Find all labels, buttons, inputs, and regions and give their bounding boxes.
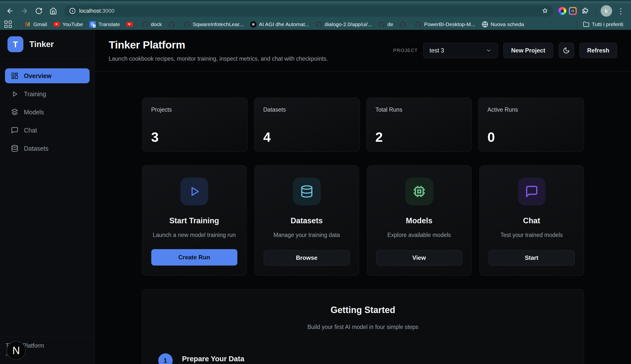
bookmark-translate[interactable]: G Translate xyxy=(86,21,123,28)
bookmarks-divider xyxy=(18,21,19,28)
nextjs-dev-badge[interactable]: N xyxy=(7,341,26,360)
bookmark-sqware[interactable]: SqwareInfotechLear... xyxy=(181,21,247,28)
sidebar-item-datasets[interactable]: Datasets xyxy=(5,141,90,156)
bookmark-de[interactable]: de xyxy=(375,21,396,28)
stat-card-datasets: Datasets 4 xyxy=(254,98,360,152)
color-wheel-extension-icon[interactable] xyxy=(558,7,566,15)
screenshot-extension-icon[interactable] xyxy=(569,7,577,15)
sidebar-item-label: Datasets xyxy=(24,145,49,152)
sidebar-item-label: Overview xyxy=(24,72,52,80)
view-button[interactable]: View xyxy=(376,250,462,266)
new-project-button[interactable]: New Project xyxy=(503,43,553,58)
github-icon xyxy=(400,21,406,28)
database-icon xyxy=(293,178,321,205)
back-icon[interactable] xyxy=(4,5,16,17)
cpu-icon xyxy=(405,178,433,205)
bookmark-dialogo[interactable]: dialogo-2.0/app/ui/... xyxy=(313,21,375,28)
bookmark-label: Translate xyxy=(98,22,120,27)
chat-icon xyxy=(11,126,19,134)
sidebar-item-training[interactable]: Training xyxy=(5,86,90,102)
action-title: Datasets xyxy=(291,216,323,225)
bookmark-unlabeled[interactable] xyxy=(165,21,181,28)
github-icon xyxy=(142,21,148,28)
action-desc: Explore available models xyxy=(387,231,451,240)
github-icon xyxy=(378,21,385,28)
translate-icon: G xyxy=(89,21,96,28)
start-button[interactable]: Start xyxy=(489,250,575,266)
bookmark-gmail[interactable]: M Gmail xyxy=(21,21,50,28)
sidebar-nav: Overview Training Models Chat Datasets xyxy=(0,59,95,165)
action-card-start-training: Start Training Launch a new model traini… xyxy=(142,165,247,276)
app-logo[interactable]: T Tinker xyxy=(0,30,95,59)
stat-card-projects: Projects 3 xyxy=(142,98,248,152)
openai-icon xyxy=(250,21,257,28)
bookmark-ai-agi[interactable]: AI AGI dhe Automat... xyxy=(247,21,313,28)
stat-label: Projects xyxy=(151,106,239,113)
bookmarks-bar: M Gmail YouTube G Translate dock SqwareI… xyxy=(0,19,631,30)
stat-value: 4 xyxy=(263,131,351,143)
getting-started-title: Getting Started xyxy=(158,305,568,315)
forward-icon[interactable] xyxy=(19,5,30,17)
sidebar-item-label: Training xyxy=(24,90,46,98)
action-card-datasets: Datasets Manage your training data Brows… xyxy=(255,165,359,276)
action-title: Start Training xyxy=(170,216,219,225)
home-icon[interactable] xyxy=(47,5,59,17)
extensions-puzzle-icon[interactable] xyxy=(579,5,591,17)
action-desc: Test your trained models xyxy=(500,231,563,240)
youtube-icon xyxy=(54,22,60,26)
action-desc: Manage your training data xyxy=(273,231,340,240)
refresh-button[interactable]: Refresh xyxy=(579,43,617,58)
bookmark-powerbi[interactable]: PowerBI-Desktop-M... xyxy=(412,21,478,28)
project-label: PROJECT xyxy=(393,48,418,53)
chevron-down-icon xyxy=(486,48,492,54)
browse-button[interactable]: Browse xyxy=(264,250,350,266)
bookmark-label: YouTube xyxy=(63,22,83,27)
sidebar-item-chat[interactable]: Chat xyxy=(5,123,90,138)
gmail-icon: M xyxy=(24,21,31,28)
folder-icon xyxy=(583,21,589,28)
bookmarks-divider xyxy=(577,21,577,28)
getting-started-step-1: 1 Prepare Your Data Upload and organize … xyxy=(158,353,568,364)
sidebar: T Tinker Overview Training Models Chat xyxy=(0,30,95,364)
all-bookmarks-button[interactable]: Tutti i preferiti xyxy=(580,21,626,28)
bookmark-unlabeled[interactable] xyxy=(123,21,139,28)
browser-menu-icon[interactable]: ⋮ xyxy=(614,7,627,16)
bookmark-nuova-scheda[interactable]: Nuova scheda xyxy=(478,21,527,28)
bookmark-label: AI AGI dhe Automat... xyxy=(259,22,309,27)
bookmark-label: de xyxy=(387,22,393,27)
bookmark-label: dialogo-2.0/app/ui/... xyxy=(325,22,372,27)
step-number-badge: 1 xyxy=(158,353,173,364)
action-title: Models xyxy=(406,216,432,225)
sidebar-item-overview[interactable]: Overview xyxy=(5,68,90,83)
bookmark-youtube[interactable]: YouTube xyxy=(50,21,86,28)
project-select[interactable]: test 3 xyxy=(423,43,498,58)
window-top-strip xyxy=(0,0,631,3)
page-header: Tinker Platform Launch cookbook recipes,… xyxy=(95,30,631,71)
page-subtitle: Launch cookbook recipes, monitor trainin… xyxy=(109,56,328,62)
profile-avatar[interactable]: k xyxy=(601,5,612,17)
action-cards-row: Start Training Launch a new model traini… xyxy=(142,165,584,276)
reload-icon[interactable] xyxy=(33,5,45,17)
stat-label: Datasets xyxy=(263,106,351,113)
address-bar[interactable]: localhost:3000 xyxy=(64,5,553,17)
play-icon xyxy=(11,90,19,98)
create-run-button[interactable]: Create Run xyxy=(151,249,237,266)
bookmark-unlabeled[interactable] xyxy=(396,21,412,28)
action-card-chat: Chat Test your trained models Start xyxy=(479,165,584,276)
stat-label: Active Runs xyxy=(487,106,575,113)
sidebar-item-models[interactable]: Models xyxy=(5,105,90,120)
stat-card-total-runs: Total Runs 2 xyxy=(366,98,472,152)
bookmark-dock[interactable]: dock xyxy=(139,21,165,28)
stat-label: Total Runs xyxy=(375,106,463,113)
bookmark-label: Gmail xyxy=(33,22,47,27)
dashboard-icon xyxy=(11,72,19,80)
toolbar-divider xyxy=(596,7,596,15)
apps-grid-icon[interactable] xyxy=(5,21,12,28)
site-info-icon[interactable] xyxy=(69,8,76,14)
globe-icon xyxy=(482,21,488,28)
stat-value: 2 xyxy=(375,131,463,143)
bookmark-star-icon[interactable] xyxy=(542,8,548,14)
theme-toggle-button[interactable] xyxy=(558,43,574,58)
main-area: Tinker Platform Launch cookbook recipes,… xyxy=(95,30,631,364)
project-select-value: test 3 xyxy=(429,47,444,54)
